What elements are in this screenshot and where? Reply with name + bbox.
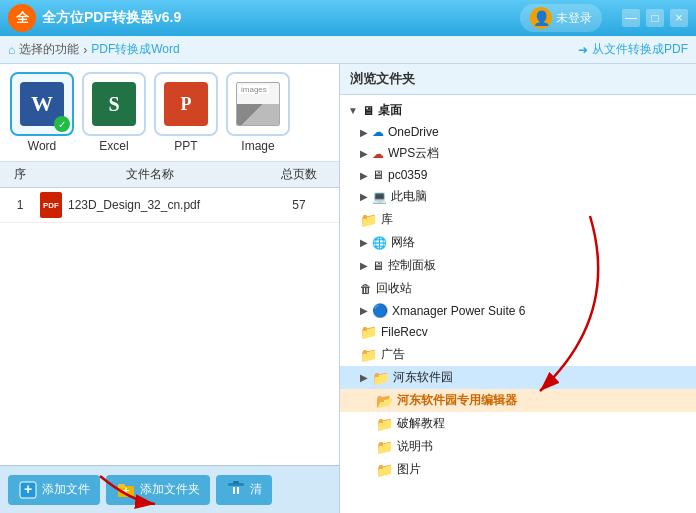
user-label: 未登录 [556, 10, 592, 27]
tree-item-manual[interactable]: 📁 说明书 [340, 435, 696, 458]
computer-icon: 🖥 [372, 168, 384, 182]
chevron-right-icon: ▶ [360, 305, 368, 316]
bottom-toolbar: + 添加文件 + 添加文件夹 清 [0, 465, 339, 513]
excel-icon: S [92, 82, 136, 126]
image-label: Image [241, 139, 274, 153]
chevron-right-icon: ▶ [360, 170, 368, 181]
right-panel: 浏览文件夹 ▼ 🖥 桌面 ▶ ☁ OneDrive ▶ ☁ WPS云档 [340, 64, 696, 513]
folder-tree: ▼ 🖥 桌面 ▶ ☁ OneDrive ▶ ☁ WPS云档 ▶ 🖥 pc0359 [340, 95, 696, 513]
ppt-icon: P [164, 82, 208, 126]
tree-item-onedrive[interactable]: ▶ ☁ OneDrive [340, 122, 696, 142]
convert-btn-label: 从文件转换成PDF [592, 41, 688, 58]
user-status[interactable]: 👤 未登录 [520, 4, 602, 32]
word-icon-box: W ✓ [10, 72, 74, 136]
tree-item-desktop[interactable]: ▼ 🖥 桌面 [340, 99, 696, 122]
tree-item-xmanager[interactable]: ▶ 🔵 Xmanager Power Suite 6 [340, 300, 696, 321]
row-filename: 123D_Design_32_cn.pdf [68, 198, 200, 212]
tree-item-library[interactable]: 📁 库 [340, 208, 696, 231]
chevron-right-icon: ▶ [360, 372, 368, 383]
file-table: 序 文件名称 总页数 1 PDF 123D_Design_32_cn.pdf 5… [0, 162, 339, 465]
minimize-button[interactable]: — [622, 9, 640, 27]
tool-image[interactable]: images Image [226, 72, 290, 153]
excel-icon-box: S [82, 72, 146, 136]
pdf-icon: PDF [40, 192, 62, 218]
svg-text:+: + [123, 484, 129, 496]
tool-word[interactable]: W ✓ Word [10, 72, 74, 153]
tree-item-controlpanel[interactable]: ▶ 🖥 控制面板 [340, 254, 696, 277]
cloud-icon: ☁ [372, 125, 384, 139]
word-label: Word [28, 139, 56, 153]
xmanager-icon: 🔵 [372, 303, 388, 318]
image-icon-box: images [226, 72, 290, 136]
title-bar-user-area: 👤 未登录 — □ × [520, 4, 688, 32]
editor-folder-icon: 📂 [376, 393, 393, 409]
tree-item-thispc[interactable]: ▶ 💻 此电脑 [340, 185, 696, 208]
restore-button[interactable]: □ [646, 9, 664, 27]
tree-item-ad[interactable]: 📁 广告 [340, 343, 696, 366]
tree-item-crack[interactable]: 📁 破解教程 [340, 412, 696, 435]
tree-item-hedong[interactable]: ▶ 📁 河东软件园 [340, 366, 696, 389]
tree-item-pc0359[interactable]: ▶ 🖥 pc0359 [340, 165, 696, 185]
tree-item-hedong-editor[interactable]: 📂 河东软件园专用编辑器 [340, 389, 696, 412]
excel-label: Excel [99, 139, 128, 153]
tree-item-filerecv[interactable]: 📁 FileRecv [340, 321, 696, 343]
chevron-right-icon: ▶ [360, 127, 368, 138]
ppt-icon-box: P [154, 72, 218, 136]
add-file-label: 添加文件 [42, 481, 90, 498]
wps-icon: ☁ [372, 147, 384, 161]
window-controls: — □ × [622, 9, 688, 27]
svg-rect-6 [233, 487, 235, 494]
breadcrumb-separator: › [83, 43, 87, 57]
row-name: PDF 123D_Design_32_cn.pdf [40, 192, 259, 218]
row-seq: 1 [0, 198, 40, 212]
add-folder-button[interactable]: + 添加文件夹 [106, 475, 210, 505]
convert-to-pdf-button[interactable]: ➜ 从文件转换成PDF [578, 41, 688, 58]
clear-label: 清 [250, 481, 262, 498]
desktop-icon: 🖥 [362, 104, 374, 118]
chevron-right-icon: ▶ [360, 260, 368, 271]
tool-excel[interactable]: S Excel [82, 72, 146, 153]
control-panel-icon: 🖥 [372, 259, 384, 273]
ad-folder-icon: 📁 [360, 347, 377, 363]
avatar: 👤 [530, 7, 552, 29]
tool-ppt[interactable]: P PPT [154, 72, 218, 153]
title-bar: 全 全方位PDF转换器v6.9 👤 未登录 — □ × [0, 0, 696, 36]
chevron-right-icon: ▶ [360, 148, 368, 159]
app-logo: 全 [8, 4, 36, 32]
main-content: W ✓ Word S Excel P PPT [0, 64, 696, 513]
chevron-right-icon: ▶ [360, 191, 368, 202]
table-row[interactable]: 1 PDF 123D_Design_32_cn.pdf 57 [0, 188, 339, 223]
hedong-folder-icon: 📁 [372, 370, 389, 386]
add-file-button[interactable]: + 添加文件 [8, 475, 100, 505]
add-folder-label: 添加文件夹 [140, 481, 200, 498]
breadcrumb: ⌂ 选择的功能 › PDF转换成Word [8, 41, 180, 58]
folder-icon-yellow: 📁 [360, 212, 377, 228]
image-mountain [237, 104, 279, 125]
chevron-right-icon: ▶ [360, 237, 368, 248]
manual-folder-icon: 📁 [376, 439, 393, 455]
tree-item-wps[interactable]: ▶ ☁ WPS云档 [340, 142, 696, 165]
clear-button[interactable]: 清 [216, 475, 272, 505]
chevron-down-icon: ▼ [348, 105, 358, 116]
trash-icon [226, 480, 246, 500]
svg-rect-7 [237, 487, 239, 494]
crack-folder-icon: 📁 [376, 416, 393, 432]
ppt-label: PPT [174, 139, 197, 153]
pc-icon: 💻 [372, 190, 387, 204]
close-button[interactable]: × [670, 9, 688, 27]
filerecv-icon: 📁 [360, 324, 377, 340]
row-pages: 57 [259, 198, 339, 212]
svg-rect-5 [230, 485, 242, 497]
pic-folder-icon: 📁 [376, 462, 393, 478]
file-table-header: 序 文件名称 总页数 [0, 162, 339, 188]
col-name-header: 文件名称 [40, 166, 259, 183]
tree-item-network[interactable]: ▶ 🌐 网络 [340, 231, 696, 254]
browse-folder-header: 浏览文件夹 [340, 64, 696, 95]
tree-item-pic[interactable]: 📁 图片 [340, 458, 696, 481]
svg-text:+: + [24, 481, 32, 497]
tree-item-recycle[interactable]: 🗑 回收站 [340, 277, 696, 300]
word-check-badge: ✓ [54, 116, 70, 132]
add-folder-icon: + [116, 480, 136, 500]
app-title: 全方位PDF转换器v6.9 [42, 9, 181, 27]
breadcrumb-action: PDF转换成Word [91, 41, 179, 58]
